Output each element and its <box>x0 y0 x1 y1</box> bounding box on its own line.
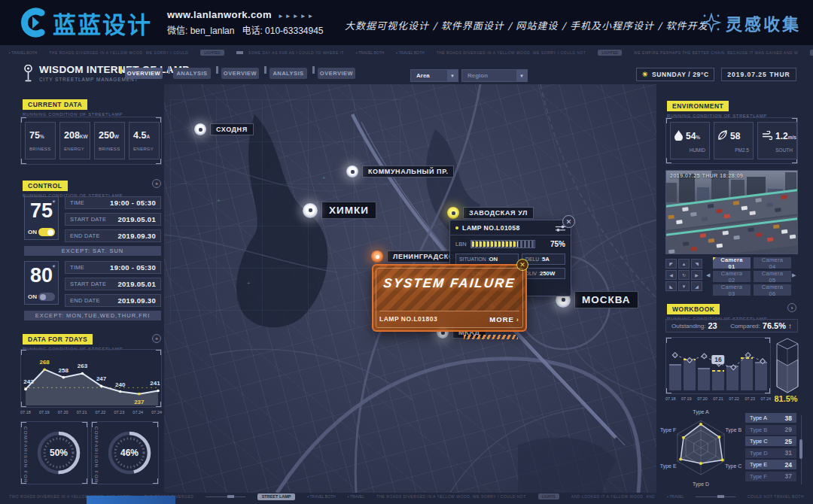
pan-up-left-button[interactable]: ◤ <box>665 259 677 269</box>
scrollbar-thumb[interactable] <box>799 439 802 459</box>
pan-down-button[interactable]: ▼ <box>678 281 690 291</box>
map-pin-label: ХИМКИ <box>321 202 376 219</box>
axis-tick-label: 07.22 <box>729 396 739 401</box>
more-button[interactable]: MORE› <box>489 315 519 323</box>
pan-down-left-button[interactable]: ◣ <box>665 281 677 291</box>
chevron-down-icon[interactable]: ▼ <box>516 70 527 81</box>
type-row[interactable]: Type D31 <box>745 448 796 458</box>
environment-title: ENVIRONMENT <box>667 101 729 111</box>
refresh-button[interactable]: ↻ <box>678 270 690 280</box>
vehicle <box>676 220 682 223</box>
decor-item: TRAVEL BOTH <box>356 50 384 55</box>
camera-button[interactable]: Camera 04 <box>754 257 791 269</box>
control-add-button[interactable]: + <box>152 179 161 188</box>
website-url[interactable]: www.lanlanwork.com <box>167 9 272 20</box>
pan-up-right-button[interactable]: ◥ <box>691 259 702 269</box>
pan-up-button[interactable]: ▲ <box>678 259 690 269</box>
camera-button[interactable]: Camera 01 <box>713 257 751 269</box>
tab-overview-3[interactable]: OVERVIEW <box>318 68 355 79</box>
time-row[interactable]: TIME19:00 - 05:30 <box>65 196 161 209</box>
week-chart-title: DATA FOR 7DAYS <box>23 334 93 345</box>
map-pin[interactable]: КОММУНАЛЬНЫЙ ПР. <box>346 165 454 178</box>
pan-down-right-button[interactable]: ◢ <box>691 281 702 291</box>
pan-right-button[interactable]: ▶ <box>691 270 702 280</box>
week-line-chart: 243268258263247240237241 <box>20 349 162 408</box>
data-point-label: 263 <box>78 363 88 369</box>
type-value: 37 <box>785 472 792 480</box>
gauge-value: 50% <box>34 428 84 478</box>
camera-button[interactable]: Camera 02 <box>713 271 751 282</box>
power-toggle[interactable] <box>38 293 55 301</box>
type-row[interactable]: Type F37 <box>745 472 796 481</box>
vehicle <box>683 241 689 245</box>
camera-feed[interactable]: 2019.07.25 THUR 18:28:09 <box>665 170 798 254</box>
map-pin[interactable]: СХОДНЯ <box>194 123 254 135</box>
camera-list-prev[interactable]: ◀ <box>706 272 710 278</box>
stat-tile: 208KWENERGY <box>59 122 90 159</box>
camera-list-next[interactable]: ▶ <box>792 272 796 278</box>
end-date-row[interactable]: END DATE2019.09.30 <box>65 294 161 307</box>
map-pin[interactable]: ХИМКИ <box>303 202 376 219</box>
chevron-down-icon[interactable]: ▼ <box>447 70 458 81</box>
camera-button[interactable]: Camera 03 <box>713 284 751 296</box>
decor-item: AND LOOKED IT A YELLOW WOOD, AND <box>571 494 655 499</box>
axis-tick-label: 07.18 <box>665 396 676 401</box>
type-row[interactable]: Type E24 <box>745 460 796 469</box>
failure-title: SYSTEM FAILURE <box>373 276 526 291</box>
workbook-header: WORKBOOK RUNNING CONDITION OF STREETLAMP <box>667 301 767 321</box>
close-icon[interactable]: ✕ <box>562 215 575 228</box>
current-data-title: CURRENT DATA <box>23 99 87 110</box>
start-date-row[interactable]: START DATE2019.05.01 <box>65 278 161 290</box>
type-row[interactable]: Type B29 <box>745 425 796 435</box>
time-row[interactable]: TIME19:00 - 05:30 <box>65 261 161 274</box>
inspiration-collect[interactable]: 灵感收集 <box>702 11 801 35</box>
axis-tick-label: 07.24 <box>132 410 143 414</box>
arrow-up-icon: ↑ <box>788 322 792 330</box>
tab-overview-2[interactable]: OVERVIEW <box>221 68 259 79</box>
data-point-label: 268 <box>39 359 50 366</box>
lanlan-logo-icon <box>17 8 47 38</box>
dashboard-screen: 蓝蓝设计 www.lanlanwork.com►►►►► 微信: ben_lan… <box>0 0 813 504</box>
tab-analysis-1[interactable]: ANALYSIS <box>173 68 211 79</box>
tab-overview-1[interactable]: OVERVIEW <box>125 68 163 79</box>
week-chart-add-button[interactable]: + <box>152 334 161 343</box>
vehicle <box>690 212 696 216</box>
wind-tile: 1.2m/s SOUTH <box>757 122 797 159</box>
workbook-expand-button[interactable]: › <box>787 303 796 312</box>
camera-button[interactable]: Camera 06 <box>754 284 791 296</box>
area-select[interactable]: Area▼ <box>410 69 458 82</box>
type-label: Type C <box>750 438 768 445</box>
radar-axis-label: Type C <box>725 463 741 469</box>
region-select[interactable]: Region▼ <box>461 69 528 82</box>
humidity-tile: 54% HUMID <box>670 122 710 159</box>
brand-logo[interactable]: 蓝蓝设计 <box>17 6 152 40</box>
data-point-label: 247 <box>96 375 107 382</box>
map-pin-label: СХОДНЯ <box>210 123 254 135</box>
environment-tiles: 54% HUMID 58 PM2.5 1.2m/s SOUTH <box>670 122 797 159</box>
phone-contact: 电话: 010-63334945 <box>242 26 323 36</box>
pan-left-button[interactable]: ◀ <box>665 270 677 280</box>
power-toggle[interactable] <box>38 228 55 236</box>
end-date-row[interactable]: END DATE2019.09.30 <box>65 229 161 242</box>
axis-tick-label: 07.20 <box>697 396 708 401</box>
brightness-bar[interactable] <box>470 240 535 248</box>
data-point-label: 258 <box>59 367 69 374</box>
camera-button[interactable]: Camera 05 <box>754 271 791 282</box>
decor-item: STREET LAMP <box>257 493 296 500</box>
type-row[interactable]: Type A38 <box>745 413 796 423</box>
map-pin[interactable]: ЗАВОДСКАЯ УЛ <box>447 207 534 219</box>
vehicle <box>790 235 796 238</box>
map-pin-label: МОСКВА <box>574 291 638 308</box>
type-value: 25 <box>785 438 792 445</box>
data-point-label: 243 <box>23 378 34 385</box>
failure-lamp-id: LAMP NO.L01803 <box>379 315 437 323</box>
data-point-label: 241 <box>150 380 160 387</box>
wechat-contact: 微信: ben_lanlan <box>167 26 234 36</box>
decor-item: TRAVEL <box>348 494 364 499</box>
start-date-row[interactable]: START DATE2019.05.01 <box>65 213 161 226</box>
except-days: EXCEPT: SAT. SUN <box>24 246 161 256</box>
tab-analysis-2[interactable]: ANALYSIS <box>269 68 307 79</box>
close-icon[interactable]: ✕ <box>516 259 528 271</box>
vehicle <box>733 235 739 239</box>
type-row[interactable]: Type C25 <box>745 436 796 446</box>
